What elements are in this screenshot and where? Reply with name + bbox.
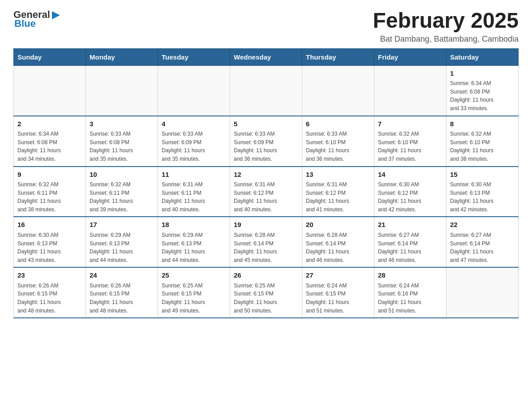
- day-number: 8: [450, 119, 515, 129]
- logo-arrow-icon: [51, 10, 61, 20]
- calendar-body: 1Sunrise: 6:34 AM Sunset: 6:08 PM Daylig…: [14, 65, 519, 318]
- day-info: Sunrise: 6:24 AM Sunset: 6:16 PM Dayligh…: [378, 282, 442, 315]
- day-info: Sunrise: 6:32 AM Sunset: 6:10 PM Dayligh…: [450, 130, 515, 163]
- day-info: Sunrise: 6:32 AM Sunset: 6:10 PM Dayligh…: [378, 130, 442, 163]
- day-info: Sunrise: 6:30 AM Sunset: 6:13 PM Dayligh…: [450, 180, 515, 214]
- calendar-cell: 19Sunrise: 6:28 AM Sunset: 6:14 PM Dayli…: [230, 217, 302, 267]
- day-number: 22: [450, 220, 515, 230]
- day-info: Sunrise: 6:31 AM Sunset: 6:12 PM Dayligh…: [234, 180, 298, 214]
- calendar-week-1: 1Sunrise: 6:34 AM Sunset: 6:08 PM Daylig…: [14, 65, 519, 116]
- day-number: 17: [90, 220, 154, 230]
- calendar-cell: 21Sunrise: 6:27 AM Sunset: 6:14 PM Dayli…: [374, 217, 446, 267]
- day-info: Sunrise: 6:28 AM Sunset: 6:14 PM Dayligh…: [234, 231, 298, 264]
- calendar-cell: 23Sunrise: 6:26 AM Sunset: 6:15 PM Dayli…: [14, 267, 86, 318]
- day-info: Sunrise: 6:28 AM Sunset: 6:14 PM Dayligh…: [306, 231, 370, 264]
- calendar-cell: 25Sunrise: 6:25 AM Sunset: 6:15 PM Dayli…: [158, 267, 230, 318]
- calendar-cell: 8Sunrise: 6:32 AM Sunset: 6:10 PM Daylig…: [446, 116, 519, 167]
- day-number: 2: [17, 119, 82, 129]
- day-info: Sunrise: 6:32 AM Sunset: 6:11 PM Dayligh…: [17, 180, 82, 214]
- day-header-saturday: Saturday: [446, 48, 519, 65]
- day-info: Sunrise: 6:33 AM Sunset: 6:09 PM Dayligh…: [234, 130, 298, 163]
- calendar-header: SundayMondayTuesdayWednesdayThursdayFrid…: [14, 48, 519, 65]
- day-info: Sunrise: 6:25 AM Sunset: 6:15 PM Dayligh…: [234, 282, 298, 315]
- calendar-cell: 3Sunrise: 6:33 AM Sunset: 6:08 PM Daylig…: [86, 116, 158, 167]
- day-number: 10: [90, 170, 154, 180]
- day-number: 16: [17, 220, 82, 230]
- day-number: 18: [162, 220, 226, 230]
- calendar-week-3: 9Sunrise: 6:32 AM Sunset: 6:11 PM Daylig…: [14, 167, 519, 217]
- day-header-tuesday: Tuesday: [158, 48, 230, 65]
- calendar-cell: 10Sunrise: 6:32 AM Sunset: 6:11 PM Dayli…: [86, 167, 158, 217]
- day-number: 28: [378, 270, 442, 281]
- svg-marker-0: [52, 11, 60, 19]
- calendar-cell: 11Sunrise: 6:31 AM Sunset: 6:11 PM Dayli…: [158, 167, 230, 217]
- day-info: Sunrise: 6:30 AM Sunset: 6:13 PM Dayligh…: [17, 231, 82, 264]
- day-number: 3: [90, 119, 154, 129]
- day-number: 24: [90, 270, 154, 281]
- calendar-cell: 18Sunrise: 6:29 AM Sunset: 6:13 PM Dayli…: [158, 217, 230, 267]
- day-number: 5: [234, 119, 298, 129]
- day-info: Sunrise: 6:27 AM Sunset: 6:14 PM Dayligh…: [450, 231, 515, 264]
- main-title: February 2025: [373, 9, 519, 33]
- calendar-cell: 14Sunrise: 6:30 AM Sunset: 6:12 PM Dayli…: [374, 167, 446, 217]
- calendar-cell: [302, 65, 374, 116]
- day-header-monday: Monday: [86, 48, 158, 65]
- day-info: Sunrise: 6:34 AM Sunset: 6:08 PM Dayligh…: [450, 79, 515, 112]
- day-number: 4: [162, 119, 226, 129]
- calendar-cell: [374, 65, 446, 116]
- calendar-week-5: 23Sunrise: 6:26 AM Sunset: 6:15 PM Dayli…: [14, 267, 519, 318]
- calendar-cell: 24Sunrise: 6:26 AM Sunset: 6:15 PM Dayli…: [86, 267, 158, 318]
- day-number: 20: [306, 220, 370, 230]
- calendar-cell: 9Sunrise: 6:32 AM Sunset: 6:11 PM Daylig…: [14, 167, 86, 217]
- calendar-cell: 28Sunrise: 6:24 AM Sunset: 6:16 PM Dayli…: [374, 267, 446, 318]
- calendar-cell: [158, 65, 230, 116]
- day-info: Sunrise: 6:32 AM Sunset: 6:11 PM Dayligh…: [90, 180, 154, 214]
- calendar-cell: 20Sunrise: 6:28 AM Sunset: 6:14 PM Dayli…: [302, 217, 374, 267]
- page-header: General Blue February 2025 Bat Dambang, …: [13, 9, 519, 44]
- day-number: 25: [162, 270, 226, 281]
- day-number: 23: [17, 270, 82, 281]
- calendar-cell: 4Sunrise: 6:33 AM Sunset: 6:09 PM Daylig…: [158, 116, 230, 167]
- day-number: 11: [162, 170, 226, 180]
- day-header-sunday: Sunday: [14, 48, 86, 65]
- calendar-cell: 27Sunrise: 6:24 AM Sunset: 6:15 PM Dayli…: [302, 267, 374, 318]
- day-number: 7: [378, 119, 442, 129]
- calendar-cell: [446, 267, 519, 318]
- calendar-cell: 15Sunrise: 6:30 AM Sunset: 6:13 PM Dayli…: [446, 167, 519, 217]
- day-info: Sunrise: 6:33 AM Sunset: 6:10 PM Dayligh…: [306, 130, 370, 163]
- calendar-cell: 26Sunrise: 6:25 AM Sunset: 6:15 PM Dayli…: [230, 267, 302, 318]
- day-info: Sunrise: 6:24 AM Sunset: 6:15 PM Dayligh…: [306, 282, 370, 315]
- header-row: SundayMondayTuesdayWednesdayThursdayFrid…: [14, 48, 519, 65]
- title-section: February 2025 Bat Dambang, Battambang, C…: [373, 9, 519, 44]
- day-number: 27: [306, 270, 370, 281]
- logo: General Blue: [13, 9, 61, 30]
- day-info: Sunrise: 6:31 AM Sunset: 6:12 PM Dayligh…: [306, 180, 370, 214]
- day-header-wednesday: Wednesday: [230, 48, 302, 65]
- calendar-cell: 22Sunrise: 6:27 AM Sunset: 6:14 PM Dayli…: [446, 217, 519, 267]
- logo-blue-text: Blue: [14, 18, 36, 30]
- calendar-week-4: 16Sunrise: 6:30 AM Sunset: 6:13 PM Dayli…: [14, 217, 519, 267]
- day-info: Sunrise: 6:30 AM Sunset: 6:12 PM Dayligh…: [378, 180, 442, 214]
- day-number: 26: [234, 270, 298, 281]
- calendar-cell: 12Sunrise: 6:31 AM Sunset: 6:12 PM Dayli…: [230, 167, 302, 217]
- day-info: Sunrise: 6:29 AM Sunset: 6:13 PM Dayligh…: [90, 231, 154, 264]
- day-info: Sunrise: 6:33 AM Sunset: 6:08 PM Dayligh…: [90, 130, 154, 163]
- day-info: Sunrise: 6:25 AM Sunset: 6:15 PM Dayligh…: [162, 282, 226, 315]
- calendar-cell: [86, 65, 158, 116]
- day-info: Sunrise: 6:29 AM Sunset: 6:13 PM Dayligh…: [162, 231, 226, 264]
- calendar-cell: 16Sunrise: 6:30 AM Sunset: 6:13 PM Dayli…: [14, 217, 86, 267]
- day-number: 1: [450, 68, 515, 79]
- day-number: 12: [234, 170, 298, 180]
- day-info: Sunrise: 6:26 AM Sunset: 6:15 PM Dayligh…: [90, 282, 154, 315]
- day-number: 15: [450, 170, 515, 180]
- day-header-friday: Friday: [374, 48, 446, 65]
- calendar-cell: 1Sunrise: 6:34 AM Sunset: 6:08 PM Daylig…: [446, 65, 519, 116]
- calendar-cell: 5Sunrise: 6:33 AM Sunset: 6:09 PM Daylig…: [230, 116, 302, 167]
- calendar-cell: 17Sunrise: 6:29 AM Sunset: 6:13 PM Dayli…: [86, 217, 158, 267]
- day-info: Sunrise: 6:27 AM Sunset: 6:14 PM Dayligh…: [378, 231, 442, 264]
- day-number: 6: [306, 119, 370, 129]
- day-number: 9: [17, 170, 82, 180]
- day-info: Sunrise: 6:31 AM Sunset: 6:11 PM Dayligh…: [162, 180, 226, 214]
- day-number: 13: [306, 170, 370, 180]
- calendar-cell: 7Sunrise: 6:32 AM Sunset: 6:10 PM Daylig…: [374, 116, 446, 167]
